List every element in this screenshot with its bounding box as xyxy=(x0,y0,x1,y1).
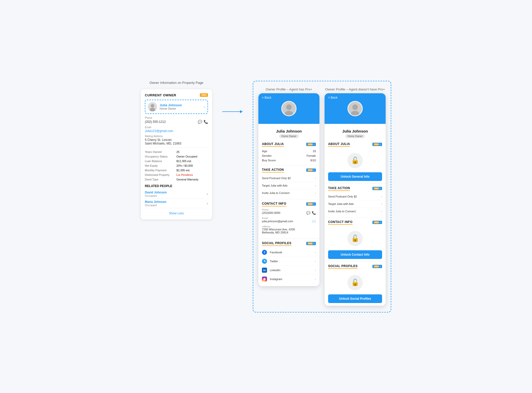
show-less-link[interactable]: Show Less xyxy=(169,212,184,215)
chat-icon[interactable]: 💬 xyxy=(306,211,310,215)
related-title: RELATED PEOPLE xyxy=(145,184,208,188)
email-value: Julia123@gmail.com xyxy=(145,129,208,133)
contact-section-pro: CONTACT INFO + Phone (202)000-0000 💬 📞 xyxy=(258,199,319,239)
pro-plus-badge-action-nopro: + xyxy=(372,187,382,190)
phone-icon[interactable]: 📞 xyxy=(204,120,208,124)
take-action-section-nopro: TAKE ACTION + Send Postcard Only $2›Targ… xyxy=(325,184,386,218)
phone-value: (202) 555-1212 💬 📞 xyxy=(145,120,208,124)
action-item[interactable]: Send Postcard Only $2› xyxy=(328,193,382,200)
chevron-right-icon: › xyxy=(204,105,205,109)
action-item[interactable]: Invite Julia to Connect› xyxy=(262,189,316,196)
property-row: Deed TypeGeneral Warranty xyxy=(145,177,208,182)
back-btn-pro[interactable]: < Back xyxy=(258,93,319,101)
unlock-general-btn[interactable]: Unlock General Info xyxy=(328,172,382,181)
back-btn-nopro[interactable]: < Back xyxy=(325,93,386,101)
no-pro-phone-mockup: < Back Julia Johnson xyxy=(325,93,386,306)
chat-icon[interactable]: 💬 xyxy=(198,120,202,124)
unlock-contact-btn[interactable]: Unlock Contact Info xyxy=(328,250,382,259)
chevron-right-icon: › xyxy=(315,278,316,281)
fb-icon: f xyxy=(262,250,267,255)
address-value: 5 Cherry St. Lincoln Saint Michaels, MD,… xyxy=(145,138,208,145)
phone-ci-icons: 💬 📞 xyxy=(306,211,316,215)
chevron-right-icon: › xyxy=(381,202,382,205)
action-header-nopro: TAKE ACTION + xyxy=(328,186,382,191)
chevron-right-icon: › xyxy=(315,191,316,194)
nopro-owner-role: Home Owner xyxy=(345,134,365,138)
action-item[interactable]: Send Postcard Only $2› xyxy=(262,175,316,182)
action-items: Send Postcard Only $2›Target Julia with … xyxy=(262,175,316,196)
social-item[interactable]: f Facebook › xyxy=(262,248,316,257)
property-row: Occupancy StatusOwner Occupied xyxy=(145,154,208,159)
social-items: f Facebook › 𝕏 Twitter › in LinkedIn › ◉… xyxy=(262,248,316,283)
svg-point-7 xyxy=(352,104,358,110)
property-row: Distressed PropertyLis Pendens xyxy=(145,173,208,177)
related-person[interactable]: David Johnson Occupant › xyxy=(145,189,208,199)
pro-plus-badge-contact: + xyxy=(306,202,316,206)
take-action-section-pro: TAKE ACTION + Send Postcard Only $2›Targ… xyxy=(258,165,319,199)
social-item[interactable]: ◉ Instagram › xyxy=(262,275,316,283)
email-label: Email xyxy=(145,126,208,129)
related-people: David Johnson Occupant › Maria Johnson O… xyxy=(145,189,208,208)
card-header: CURRENT OWNER PRO xyxy=(145,93,208,97)
phone-icon[interactable]: 📞 xyxy=(312,211,316,215)
comparison-box: Owner Profile – Agent has Pro+ < Back xyxy=(253,81,391,312)
phone-label: Phone xyxy=(145,116,208,119)
property-row: Years Owned25 xyxy=(145,150,208,154)
phone-icons: 💬 📞 xyxy=(198,120,208,124)
svg-point-4 xyxy=(286,104,292,110)
social-item[interactable]: 𝕏 Twitter › xyxy=(262,257,316,266)
left-panel: Owner Information on Property Page CURRE… xyxy=(141,81,212,219)
chevron-right-icon: › xyxy=(315,251,316,254)
no-pro-column-title: Owner Profile – Agent doesn't have Pro+ xyxy=(325,87,386,91)
svg-point-8 xyxy=(351,111,359,116)
owner-row[interactable]: Julia Johnson Home Owner › xyxy=(145,100,208,114)
related-person[interactable]: Maria Johnson Occupant › xyxy=(145,199,208,208)
address-ci-label: Address xyxy=(262,225,316,228)
contact-title-nopro: CONTACT INFO xyxy=(328,220,353,225)
lock-icon-contact: 🔓 xyxy=(347,231,363,246)
lock-symbol: 🔓 xyxy=(351,156,359,164)
address-label: Mailing Address xyxy=(145,135,208,138)
nopro-owner-name: Julia Johnson xyxy=(328,129,382,133)
unlock-about-icon: 🔓 xyxy=(328,149,382,170)
phone-ci-value: (202)000-0000 💬 📞 xyxy=(262,211,316,215)
phone-name-area-nopro: Julia Johnson Home Owner xyxy=(325,124,386,140)
phone-header-nopro: < Back xyxy=(325,93,386,124)
address-ci-value: 7200 Wisconsin Ave, #200 Bethesda, MD 20… xyxy=(262,228,316,234)
unlock-social-icon: 🔓 xyxy=(328,271,382,292)
social-section-nopro: SOCIAL PROFILES + 🔓 Unlock Social Profil… xyxy=(325,262,386,306)
pro-plus-badge-social-nopro: + xyxy=(372,265,382,268)
lock-symbol-social: 🔓 xyxy=(351,279,359,286)
pro-plus-badge-about: + xyxy=(306,143,316,146)
action-items-nopro: Send Postcard Only $2›Target Julia with … xyxy=(328,193,382,215)
chevron-right-icon: › xyxy=(315,260,316,263)
owner-name: Julia Johnson xyxy=(160,103,182,107)
lock-icon-social: 🔓 xyxy=(347,275,363,290)
chevron-right-icon: › xyxy=(207,192,208,196)
tw-icon: 𝕏 xyxy=(262,259,267,264)
unlock-contact-icon: 🔓 xyxy=(328,227,382,248)
about-rows: Age33GenderFemaleBuy Score8/10 xyxy=(262,149,316,163)
pro-owner-name: Julia Johnson xyxy=(262,129,316,133)
avatar xyxy=(148,102,157,111)
action-item[interactable]: Invite Julia to Connect› xyxy=(328,208,382,215)
action-item[interactable]: Target Julia with Ads› xyxy=(262,182,316,189)
unlock-social-btn[interactable]: Unlock Social Profiles xyxy=(328,294,382,303)
phone-avatar xyxy=(281,101,297,116)
email-icon[interactable]: ✉️ xyxy=(312,219,316,223)
property-row: Loan Balance$12,305 est. xyxy=(145,159,208,163)
svg-point-5 xyxy=(285,111,293,116)
owner-info: Julia Johnson Home Owner xyxy=(160,103,182,110)
phone-ci-label: Phone xyxy=(262,208,316,211)
pro-owner-role: Home Owner xyxy=(279,134,299,138)
email-link[interactable]: Julia123@gmail.com xyxy=(145,129,173,133)
social-title-nopro: SOCIAL PROFILES xyxy=(328,264,358,269)
page-wrapper: Owner Information on Property Page CURRE… xyxy=(141,81,391,312)
social-header-pro: SOCIAL PROFILES + xyxy=(262,241,316,246)
phone-avatar-nopro xyxy=(347,101,363,116)
social-item[interactable]: in LinkedIn › xyxy=(262,266,316,275)
pro-plus-badge-action: + xyxy=(306,168,316,172)
action-item[interactable]: Target Julia with Ads› xyxy=(328,200,382,208)
li-icon: in xyxy=(262,268,267,273)
owner-role: Home Owner xyxy=(160,107,182,110)
